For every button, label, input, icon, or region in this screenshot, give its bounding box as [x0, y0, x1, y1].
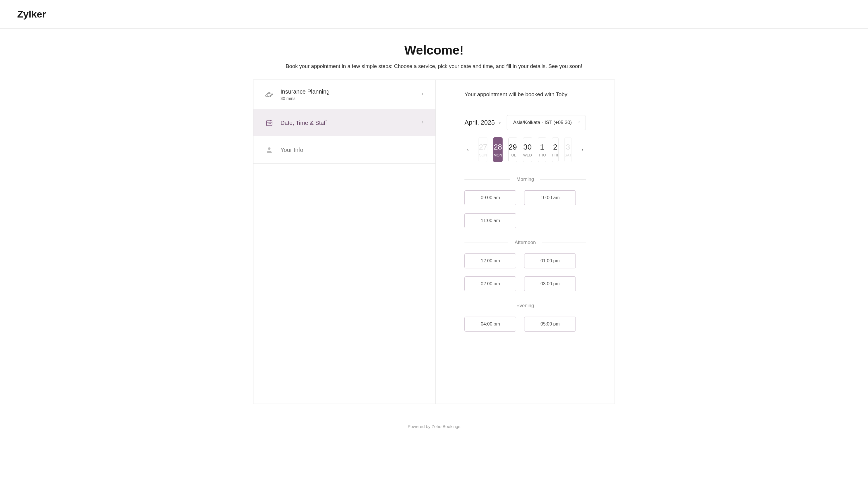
date-number: 3 — [565, 143, 571, 152]
slot-section-morning: Morning09:00 am10:00 am11:00 am — [465, 176, 586, 228]
booked-with-text: Your appointment will be booked with Tob… — [465, 91, 586, 105]
timezone-selector[interactable]: Asia/Kolkata - IST (+05:30) — [506, 115, 586, 130]
brand-logo: Zylker — [17, 8, 851, 20]
date-card-28[interactable]: 28MON — [493, 137, 502, 162]
month-label: April, 2025 — [465, 119, 495, 126]
person-icon — [264, 145, 274, 155]
step-service[interactable]: Insurance Planning 30 mins — [253, 80, 436, 109]
date-number: 30 — [523, 143, 532, 152]
footer-credit: Powered by Zoho Bookings — [253, 404, 615, 438]
slot-section-evening: Evening04:00 pm05:00 pm — [465, 303, 586, 331]
calendar-icon — [264, 118, 274, 128]
step-datetime-title: Date, Time & Staff — [280, 120, 414, 126]
date-weekday: FRI — [552, 153, 558, 157]
page-title: Welcome! — [253, 43, 615, 57]
time-slot-button[interactable]: 09:00 am — [465, 190, 516, 205]
slot-section-afternoon: Afternoon12:00 pm01:00 pm02:00 pm03:00 p… — [465, 240, 586, 291]
time-slot-button[interactable]: 05:00 pm — [524, 317, 576, 331]
planet-icon — [264, 90, 274, 100]
svg-point-6 — [268, 123, 268, 124]
svg-point-8 — [270, 123, 271, 124]
date-weekday: MON — [493, 153, 502, 157]
date-card-29[interactable]: 29TUE — [509, 137, 517, 162]
svg-point-9 — [268, 147, 271, 150]
chevron-down-icon — [577, 120, 581, 125]
chevron-right-icon — [421, 92, 424, 97]
prev-dates-button[interactable] — [465, 145, 471, 154]
time-slot-button[interactable]: 10:00 am — [524, 190, 576, 205]
steps-sidebar: Insurance Planning 30 mins — [253, 80, 436, 403]
page-subtitle: Book your appointment in a few simple st… — [253, 63, 615, 70]
caret-down-icon — [498, 119, 502, 126]
slot-section-label: Afternoon — [509, 240, 542, 245]
svg-rect-2 — [266, 121, 272, 125]
time-slot-button[interactable]: 01:00 pm — [524, 253, 576, 268]
date-weekday: SUN — [479, 153, 487, 157]
date-weekday: SAT — [565, 153, 571, 157]
date-card-27: 27SUN — [478, 137, 488, 162]
svg-point-7 — [269, 123, 270, 124]
date-card-30[interactable]: 30WED — [523, 137, 532, 162]
slot-section-label: Evening — [510, 303, 540, 309]
time-slot-button[interactable]: 02:00 pm — [465, 276, 516, 291]
date-card-3: 3SAT — [564, 137, 572, 162]
date-number: 28 — [493, 143, 502, 152]
date-number: 1 — [538, 143, 546, 152]
step-info-title: Your Info — [280, 147, 424, 153]
time-slot-button[interactable]: 12:00 pm — [465, 253, 516, 268]
time-slot-button[interactable]: 11:00 am — [465, 213, 516, 228]
date-number: 2 — [552, 143, 558, 152]
slot-section-label: Morning — [510, 176, 540, 182]
chevron-right-icon — [421, 120, 424, 125]
step-service-duration: 30 mins — [280, 96, 414, 101]
time-slot-button[interactable]: 04:00 pm — [465, 317, 516, 331]
date-number: 29 — [509, 143, 517, 152]
step-datetime[interactable]: Date, Time & Staff — [253, 109, 436, 137]
step-service-title: Insurance Planning — [280, 89, 414, 95]
month-selector[interactable]: April, 2025 — [465, 119, 501, 126]
date-weekday: TUE — [509, 153, 517, 157]
svg-point-1 — [265, 92, 274, 97]
next-dates-button[interactable] — [579, 145, 586, 154]
date-weekday: WED — [523, 153, 532, 157]
time-slot-button[interactable]: 03:00 pm — [524, 276, 576, 291]
date-card-2[interactable]: 2FRI — [552, 137, 559, 162]
date-number: 27 — [479, 143, 487, 152]
date-weekday: THU — [538, 153, 546, 157]
timezone-label: Asia/Kolkata - IST (+05:30) — [513, 120, 572, 125]
step-your-info[interactable]: Your Info — [253, 137, 436, 164]
date-card-1[interactable]: 1THU — [538, 137, 546, 162]
